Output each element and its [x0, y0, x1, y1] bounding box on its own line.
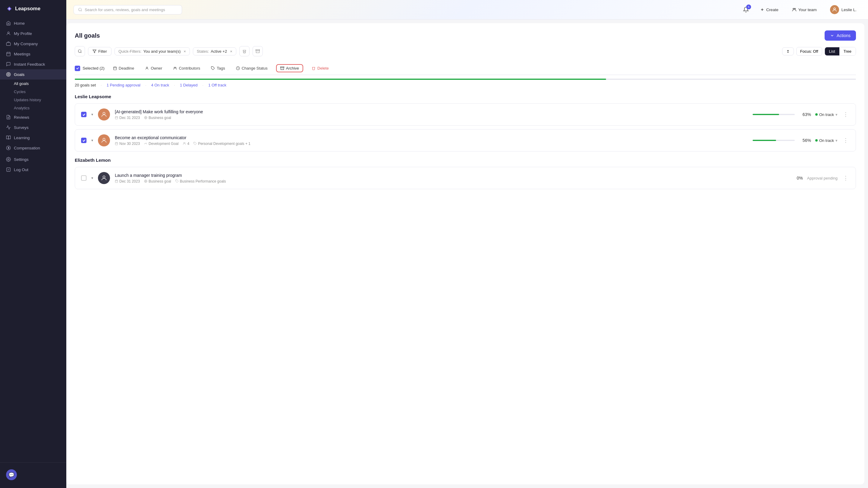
- goal-2-percent: 56%: [799, 138, 811, 143]
- user-menu-btn[interactable]: Leslie L.: [826, 3, 861, 16]
- sidebar-item-compensation[interactable]: Compensation: [0, 143, 66, 153]
- sidebar-item-reviews[interactable]: Reviews: [0, 112, 66, 122]
- goal-2-more-btn[interactable]: ⋮: [842, 137, 849, 144]
- goal-2-meta: Nov 30 2023 Development Goal 4 Personal …: [115, 141, 748, 146]
- svg-rect-40: [115, 117, 118, 119]
- sidebar-item-meetings-label: Meetings: [14, 52, 30, 56]
- sidebar-item-surveys[interactable]: Surveys: [0, 122, 66, 133]
- goal-2-avatar: [98, 134, 110, 147]
- nav-section-main: Home My Profile My Company Meetings Inst…: [0, 18, 66, 154]
- sidebar-item-settings-label: Settings: [14, 157, 29, 162]
- sidebar-item-learning[interactable]: Learning: [0, 133, 66, 143]
- svg-rect-24: [255, 50, 259, 51]
- sort-btn[interactable]: [782, 47, 794, 56]
- archive-action[interactable]: Archive: [276, 64, 303, 72]
- contributors-action[interactable]: Contributors: [170, 65, 203, 72]
- goal-1-status[interactable]: On track ▾: [815, 112, 838, 117]
- states-filter-chip[interactable]: States: Active +2 ×: [193, 47, 236, 56]
- notifications-btn[interactable]: 5: [741, 4, 751, 15]
- sidebar-item-meetings[interactable]: Meetings: [0, 49, 66, 59]
- section-header-elizabeth: Elizabeth Lemon: [75, 158, 856, 163]
- page-header: All goals Actions: [75, 30, 856, 41]
- stat-on-track[interactable]: 4 On track: [151, 83, 169, 87]
- goal-3-checkbox[interactable]: [81, 175, 87, 181]
- sidebar-item-instant-feedback[interactable]: Instant Feedback: [0, 59, 66, 69]
- focus-btn[interactable]: Focus: Off: [796, 47, 822, 56]
- svg-rect-37: [280, 67, 284, 68]
- svg-point-46: [146, 118, 146, 118]
- sidebar-item-settings[interactable]: Settings: [0, 154, 66, 164]
- search-filter-btn[interactable]: [75, 46, 85, 56]
- filter-right: Focus: Off List Tree: [782, 47, 856, 56]
- sub-nav-all-goals[interactable]: All goals: [14, 79, 66, 88]
- tree-view-btn[interactable]: Tree: [839, 47, 856, 56]
- sub-nav-analytics[interactable]: Analytics: [14, 104, 66, 112]
- svg-rect-1: [6, 43, 10, 45]
- states-filter-close[interactable]: ×: [230, 49, 232, 54]
- your-team-btn[interactable]: Your team: [787, 5, 821, 14]
- svg-point-52: [184, 142, 184, 143]
- delete-filter-btn[interactable]: [239, 46, 250, 56]
- chat-bubble-btn[interactable]: 💬: [6, 469, 17, 480]
- view-toggle: List Tree: [825, 47, 856, 56]
- svg-rect-48: [115, 142, 118, 145]
- sidebar-item-my-profile[interactable]: My Profile: [0, 28, 66, 38]
- goal-1-checkbox[interactable]: [81, 112, 87, 117]
- notifications-badge: 5: [746, 4, 751, 9]
- svg-marker-23: [93, 50, 96, 53]
- sidebar-item-goals[interactable]: Goals: [0, 69, 66, 79]
- goal-1-more-btn[interactable]: ⋮: [842, 111, 849, 118]
- goal-1-avatar: [98, 108, 110, 121]
- goal-2-checkbox[interactable]: [81, 138, 87, 143]
- actions-button[interactable]: Actions: [825, 30, 856, 41]
- quick-filter-close[interactable]: ×: [184, 49, 186, 54]
- select-all-checkbox[interactable]: [75, 66, 80, 71]
- sidebar-item-home-label: Home: [14, 21, 25, 26]
- svg-point-32: [146, 67, 147, 68]
- change-status-action[interactable]: Change Status: [234, 65, 270, 72]
- sidebar-item-home[interactable]: Home: [0, 18, 66, 28]
- create-btn[interactable]: Create: [756, 5, 783, 14]
- svg-point-7: [7, 73, 10, 76]
- filter-bar: Filter Quick-Filters: You and your team(…: [75, 46, 856, 56]
- svg-point-12: [8, 159, 9, 160]
- goal-3-expand[interactable]: ▾: [91, 176, 93, 180]
- app-logo[interactable]: Leapsome: [0, 0, 66, 16]
- quick-filter-label: Quick-Filters:: [119, 49, 142, 54]
- sidebar-item-logout[interactable]: Log Out: [0, 164, 66, 175]
- goal-3-avatar: [98, 172, 110, 184]
- goal-2-status[interactable]: On track ▾: [815, 138, 838, 143]
- filter-btn[interactable]: Filter: [88, 47, 112, 56]
- stat-pending[interactable]: 1 Pending approval: [107, 83, 141, 87]
- search-bar[interactable]: Search for users, reviews, goals and mee…: [73, 5, 182, 14]
- goal-1-expand[interactable]: ▾: [91, 112, 93, 117]
- stat-goals-set: 20 goals set: [75, 83, 96, 87]
- goal-2-contributors: 4: [183, 141, 189, 146]
- goal-2-expand[interactable]: ▾: [91, 138, 93, 142]
- svg-point-0: [7, 32, 9, 33]
- stat-delayed[interactable]: 1 Delayed: [180, 83, 198, 87]
- sidebar-item-goals-label: Goals: [14, 72, 24, 77]
- goal-3-more-btn[interactable]: ⋮: [842, 175, 849, 181]
- deadline-action[interactable]: Deadline: [111, 65, 136, 72]
- goal-3-type: Business goal: [144, 179, 171, 184]
- sidebar-item-my-company[interactable]: My Company: [0, 38, 66, 49]
- delete-action[interactable]: Delete: [309, 65, 331, 72]
- sidebar-item-instant-feedback-label: Instant Feedback: [14, 62, 45, 67]
- svg-rect-2: [7, 53, 10, 56]
- svg-point-18: [793, 8, 794, 9]
- sub-nav-cycles[interactable]: Cycles: [14, 88, 66, 96]
- tags-action[interactable]: Tags: [209, 65, 227, 72]
- list-view-btn[interactable]: List: [825, 47, 839, 56]
- svg-point-45: [145, 117, 147, 119]
- goal-3-status: Approval pending: [807, 176, 838, 181]
- sidebar-nav: Home My Profile My Company Meetings Inst…: [0, 16, 66, 462]
- goals-sub-nav: All goals Cycles Updates history Analyti…: [0, 79, 66, 112]
- archive-filter-btn[interactable]: [253, 46, 263, 56]
- quick-filter-chip[interactable]: Quick-Filters: You and your team(s) ×: [115, 47, 190, 56]
- svg-point-33: [174, 67, 175, 68]
- sub-nav-updates-history[interactable]: Updates history: [14, 96, 66, 104]
- stat-off-track[interactable]: 1 Off track: [208, 83, 226, 87]
- nav-section-bottom: Settings Log Out: [0, 154, 66, 175]
- owner-action[interactable]: Owner: [143, 65, 164, 72]
